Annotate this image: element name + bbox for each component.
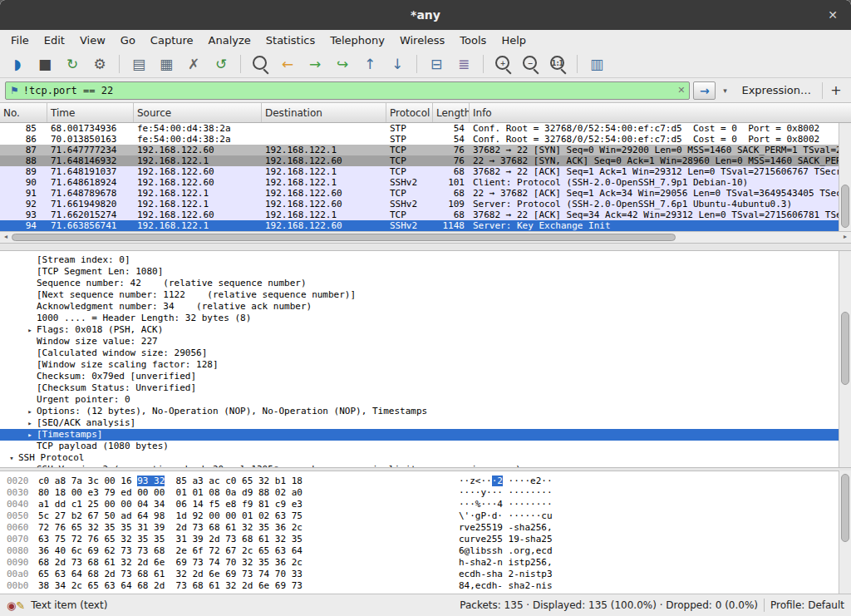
packet-list-hscrollbar-thumb[interactable] (12, 234, 676, 241)
menu-tools[interactable]: Tools (452, 32, 494, 49)
column-header-info[interactable]: Info (470, 103, 851, 122)
zoom-in-icon[interactable]: + (492, 53, 514, 75)
detail-line[interactable]: ▸[Timestamps] (0, 429, 839, 441)
capture-options-icon[interactable]: ⚙ (89, 53, 111, 75)
packet-row[interactable]: 9371.662015274192.168.122.60192.168.122.… (0, 209, 839, 220)
menu-wireless[interactable]: Wireless (392, 32, 452, 49)
packet-row[interactable]: 8568.001734936fe:54:00:d4:38:2aSTP54Conf… (0, 123, 839, 134)
colorize-icon[interactable]: ≣ (453, 53, 475, 75)
detail-line[interactable]: Window size value: 227 (0, 336, 839, 347)
detail-line[interactable]: [Checksum Status: Unverified] (0, 382, 839, 394)
go-first-icon[interactable]: ↑ (359, 53, 381, 75)
detail-line[interactable]: Acknowledgment number: 34 (relative ack … (0, 301, 839, 313)
close-file-icon[interactable]: ✗ (183, 53, 204, 75)
open-file-icon[interactable]: ▤ (128, 53, 150, 75)
column-header-no[interactable]: No. (0, 103, 47, 122)
detail-line[interactable]: Checksum: 0x79ed [unverified] (0, 371, 839, 382)
menu-telephony[interactable]: Telephony (322, 32, 392, 49)
save-file-icon[interactable]: ▦ (155, 53, 177, 75)
packet-row[interactable]: 8971.648191037192.168.122.60192.168.122.… (0, 166, 839, 177)
chevron-right-icon[interactable]: ▸ (23, 417, 37, 429)
resize-columns-icon[interactable]: ▥ (586, 53, 608, 75)
close-icon[interactable]: ✕ (824, 7, 841, 23)
packet-row[interactable]: 9071.648618924192.168.122.60192.168.122.… (0, 177, 839, 188)
hex-row[interactable]: 008036 40 6c 69 62 73 73 68 2e 6f 72 67 … (0, 545, 839, 557)
menu-statistics[interactable]: Statistics (258, 32, 322, 49)
detail-line[interactable]: ▸[SEQ/ACK analysis] (0, 417, 839, 429)
scroll-left-icon[interactable]: ◂ (0, 233, 12, 240)
chevron-right-icon[interactable]: ▸ (23, 429, 37, 441)
detail-line[interactable]: ▾SSH Protocol (0, 452, 839, 464)
hex-vscrollbar[interactable] (839, 471, 851, 594)
details-vscrollbar-thumb[interactable] (841, 312, 849, 385)
column-header-source[interactable]: Source (134, 103, 262, 122)
go-back-icon[interactable]: ← (277, 53, 298, 75)
packet-list-vscrollbar[interactable] (839, 123, 851, 231)
hex-row[interactable]: 007063 75 72 76 65 32 35 35 31 39 2d 73 … (0, 534, 839, 545)
zoom-original-icon[interactable]: 1:1 (547, 53, 568, 75)
detail-line[interactable]: [Window size scaling factor: 128] (0, 359, 839, 371)
hex-row[interactable]: 0040a1 dd c1 25 00 00 04 34 06 14 f5 e8 … (0, 499, 839, 510)
chevron-down-icon[interactable]: ▾ (5, 452, 18, 464)
go-last-icon[interactable]: ↓ (386, 53, 408, 75)
expert-info-icon[interactable]: ◉ (7, 599, 16, 612)
packet-row[interactable]: 8871.648146932192.168.122.1192.168.122.6… (0, 155, 839, 166)
detail-line[interactable]: ▸Options: (12 bytes), No-Operation (NOP)… (0, 406, 839, 417)
scroll-right-icon[interactable]: ▸ (839, 233, 851, 240)
packet-row[interactable]: 9171.648789678192.168.122.1192.168.122.6… (0, 188, 839, 199)
autoscroll-icon[interactable]: ⊟ (426, 53, 447, 75)
column-header-destination[interactable]: Destination (262, 103, 386, 122)
filter-add-button[interactable]: + (826, 81, 846, 100)
detail-line[interactable]: [TCP Segment Len: 1080] (0, 266, 839, 278)
filter-apply-button[interactable]: → (693, 81, 716, 100)
detail-line[interactable]: [Next sequence number: 1122 (relative se… (0, 289, 839, 301)
packet-list-hscrollbar[interactable]: ◂ ▸ (0, 231, 851, 243)
chevron-right-icon[interactable]: ▸ (23, 406, 37, 417)
hex-row[interactable]: 00a065 63 64 68 2d 73 68 61 32 2d 6e 69 … (0, 569, 839, 580)
details-vscrollbar[interactable] (839, 251, 851, 467)
detail-line[interactable]: 1000 .... = Header Length: 32 bytes (8) (0, 313, 839, 324)
hex-row[interactable]: 009068 2d 73 68 61 32 2d 6e 69 73 74 70 … (0, 557, 839, 569)
detail-line[interactable]: Sequence number: 42 (relative sequence n… (0, 278, 839, 289)
chevron-right-icon[interactable]: ▸ (23, 324, 37, 336)
pane-splitter-top[interactable] (0, 243, 851, 251)
go-forward-icon[interactable]: → (304, 53, 326, 75)
menu-capture[interactable]: Capture (143, 32, 201, 49)
zoom-out-icon[interactable]: − (519, 53, 541, 75)
detail-line[interactable]: Urgent pointer: 0 (0, 394, 839, 406)
hex-vscrollbar-thumb[interactable] (841, 474, 849, 541)
column-header-protocol[interactable]: Protocol (386, 103, 433, 122)
detail-line[interactable]: [Calculated window size: 29056] (0, 347, 839, 359)
filter-bookmark-icon[interactable]: ⚑ (10, 85, 19, 96)
hex-row[interactable]: 0020c0 a8 7a 3c 00 16 93 32 85 a3 ac c0 … (0, 476, 839, 487)
packet-row[interactable]: 8771.647777234192.168.122.60192.168.122.… (0, 145, 839, 155)
menu-view[interactable]: View (72, 32, 113, 49)
find-packet-icon[interactable] (249, 53, 271, 75)
status-profile[interactable]: Profile: Default (770, 599, 844, 611)
expression-button[interactable]: Expression… (734, 84, 819, 96)
stop-capture-icon[interactable]: ■ (34, 53, 56, 75)
filter-clear-icon[interactable]: ✕ (677, 85, 685, 96)
packet-row[interactable]: 9471.663856741192.168.122.1192.168.122.6… (0, 220, 839, 231)
display-filter-input[interactable]: ⚑ !tcp.port == 22 ✕ (5, 81, 690, 100)
menu-help[interactable]: Help (494, 32, 534, 49)
detail-line[interactable]: TCP payload (1080 bytes) (0, 441, 839, 452)
hex-row[interactable]: 00505c 27 b2 67 50 ad 64 98 1d 92 00 00 … (0, 510, 839, 522)
packet-row[interactable]: 9271.661949820192.168.122.1192.168.122.6… (0, 199, 839, 209)
hex-row[interactable]: 003080 18 00 e3 79 ed 00 00 01 01 08 0a … (0, 487, 839, 499)
menu-edit[interactable]: Edit (37, 32, 72, 49)
filter-history-dropdown-icon[interactable]: ▾ (719, 86, 730, 95)
detail-line[interactable]: ▸Flags: 0x018 (PSH, ACK) (0, 324, 839, 336)
menu-analyze[interactable]: Analyze (201, 32, 258, 49)
column-header-time[interactable]: Time (47, 103, 134, 122)
start-capture-icon[interactable]: ◗ (7, 53, 28, 75)
menu-file[interactable]: File (3, 32, 37, 49)
hex-row[interactable]: 00b038 34 2c 65 63 64 68 2d 73 68 61 32 … (0, 580, 839, 592)
menu-go[interactable]: Go (113, 32, 143, 49)
display-filter-value[interactable]: !tcp.port == 22 (23, 85, 673, 96)
column-header-length[interactable]: Length (433, 103, 470, 122)
hex-row[interactable]: 006072 76 65 32 35 35 31 39 2d 73 68 61 … (0, 522, 839, 534)
go-to-packet-icon[interactable]: ↪ (332, 53, 353, 75)
reload-icon[interactable]: ↺ (210, 53, 232, 75)
packet-row[interactable]: 8670.013850163fe:54:00:d4:38:2aSTP54Conf… (0, 134, 839, 145)
